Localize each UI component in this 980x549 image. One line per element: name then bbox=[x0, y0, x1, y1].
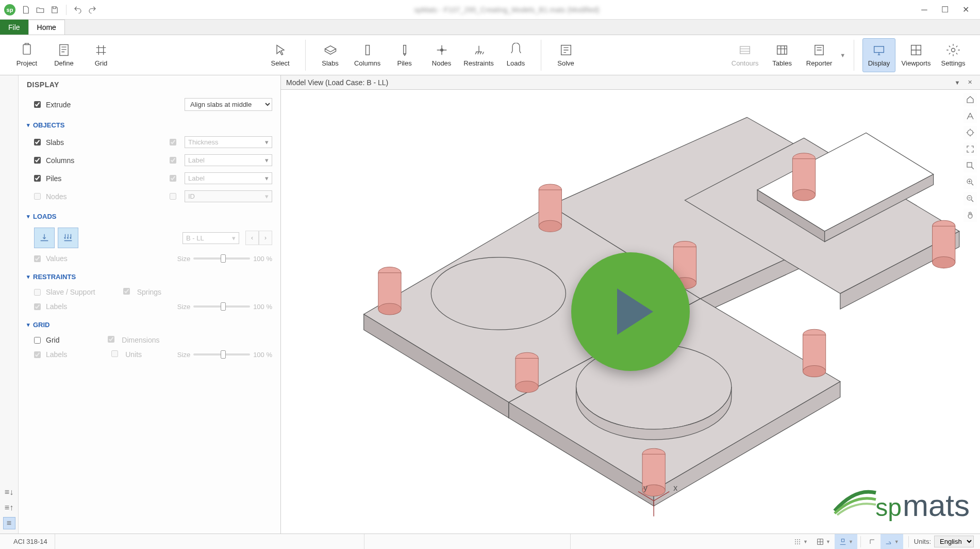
project-button[interactable]: Project bbox=[10, 38, 43, 72]
restraints-labels-label: Labels bbox=[46, 302, 67, 311]
slabs-button[interactable]: Slabs bbox=[314, 38, 347, 72]
select-button[interactable]: Select bbox=[264, 38, 297, 72]
restraints-labels-checkbox bbox=[34, 303, 41, 310]
piles-row: Piles Label ▾ bbox=[27, 169, 272, 187]
columns-select[interactable]: Label ▾ bbox=[185, 154, 272, 166]
restraints-button[interactable]: Restraints bbox=[462, 38, 495, 72]
save-icon[interactable] bbox=[47, 3, 62, 17]
nodes-button[interactable]: Nodes bbox=[425, 38, 458, 72]
panel-title: DISPLAY bbox=[27, 80, 272, 89]
viewports-button[interactable]: Viewports bbox=[900, 38, 933, 72]
contours-label: Contours bbox=[732, 59, 759, 67]
svg-point-42 bbox=[933, 257, 955, 268]
columns-button[interactable]: Columns bbox=[351, 38, 384, 72]
minimize-button[interactable]: ─ bbox=[914, 3, 935, 17]
size-label-2: Size bbox=[177, 303, 190, 311]
sb-snap-icon[interactable]: ▼ bbox=[835, 534, 857, 549]
size-label-3: Size bbox=[177, 351, 190, 359]
load-area-icon[interactable] bbox=[58, 228, 78, 248]
logo-sp: sp bbox=[875, 493, 902, 522]
reporter-dropdown-icon[interactable]: ▼ bbox=[840, 38, 845, 72]
open-file-icon[interactable] bbox=[33, 3, 47, 17]
viewport-title-bar: Model View (Load Case: B - LL) ▼ ✕ bbox=[281, 75, 980, 90]
strip-sort-desc-icon[interactable]: ≡↓ bbox=[3, 486, 15, 498]
extrude-checkbox[interactable] bbox=[34, 101, 41, 108]
undo-icon[interactable] bbox=[71, 3, 85, 17]
chevron-down-icon: ▾ bbox=[27, 213, 30, 220]
columns-sec-checkbox bbox=[170, 157, 176, 164]
restraints-size-slider[interactable] bbox=[193, 305, 250, 308]
viewport-close-icon[interactable]: ✕ bbox=[965, 77, 975, 88]
load-case-select[interactable]: B - LL ▾ bbox=[182, 232, 239, 244]
zoom-out-icon[interactable] bbox=[964, 192, 977, 205]
play-button[interactable] bbox=[571, 252, 690, 371]
slave-label: Slave / Support bbox=[46, 288, 95, 296]
viewport-menu-icon[interactable]: ▼ bbox=[952, 77, 962, 88]
piles-label: Piles bbox=[397, 59, 411, 67]
settings-button[interactable]: Settings bbox=[937, 38, 970, 72]
slabs-select[interactable]: Thickness ▾ bbox=[185, 136, 272, 148]
section-grid[interactable]: ▾GRID bbox=[27, 321, 272, 329]
section-objects[interactable]: ▾OBJECTS bbox=[27, 121, 272, 129]
piles-button[interactable]: Piles bbox=[388, 38, 421, 72]
sb-angle-icon[interactable]: ▼ bbox=[881, 534, 903, 549]
sb-grid-dots-icon[interactable]: ▼ bbox=[789, 534, 812, 549]
define-button[interactable]: Define bbox=[47, 38, 80, 72]
sb-ortho-icon[interactable] bbox=[864, 534, 881, 549]
section-loads-label: LOADS bbox=[33, 213, 57, 220]
model-canvas[interactable]: x y spmats bbox=[281, 90, 980, 534]
piles-select[interactable]: Label ▾ bbox=[185, 172, 272, 184]
load-next-button[interactable]: › bbox=[259, 231, 272, 245]
slabs-checkbox[interactable] bbox=[34, 139, 41, 146]
slabs-sec-checkbox bbox=[170, 139, 176, 146]
tab-file[interactable]: File bbox=[0, 20, 28, 35]
springs-checkbox bbox=[123, 288, 130, 295]
svg-rect-3 bbox=[403, 45, 406, 54]
maximize-button[interactable]: ☐ bbox=[935, 3, 955, 17]
rotate-icon[interactable] bbox=[964, 126, 977, 139]
pan-icon[interactable] bbox=[964, 208, 977, 222]
strip-sort-asc-icon[interactable]: ≡↑ bbox=[3, 502, 15, 514]
status-empty-2 bbox=[364, 534, 571, 549]
extrude-row: Extrude Align slabs at middle bbox=[27, 95, 272, 114]
grid-labels-checkbox bbox=[34, 351, 41, 358]
units-select[interactable]: English bbox=[934, 536, 974, 547]
tab-home[interactable]: Home bbox=[28, 20, 65, 35]
grid-checkbox[interactable] bbox=[34, 337, 41, 344]
chevron-down-icon: ▾ bbox=[27, 122, 30, 128]
fit-icon[interactable] bbox=[964, 142, 977, 156]
zoom-in-icon[interactable] bbox=[964, 175, 977, 189]
svg-rect-53 bbox=[967, 163, 972, 167]
redo-icon[interactable] bbox=[85, 3, 99, 17]
size-slider[interactable] bbox=[193, 257, 250, 260]
main-area: ≡↓ ≡↑ ≡ DISPLAY Extrude Align slabs at m… bbox=[0, 75, 980, 534]
svg-rect-6 bbox=[740, 46, 750, 54]
axes-icon[interactable] bbox=[964, 109, 977, 123]
reporter-button[interactable]: Reporter bbox=[803, 38, 836, 72]
zoom-window-icon[interactable] bbox=[964, 159, 977, 172]
grid-button[interactable]: Grid bbox=[85, 38, 118, 72]
home-view-icon[interactable] bbox=[964, 93, 977, 106]
columns-checkbox[interactable] bbox=[34, 157, 41, 164]
strip-list-icon[interactable]: ≡ bbox=[3, 517, 15, 529]
solve-button[interactable]: Solve bbox=[550, 38, 583, 72]
load-prev-button[interactable]: ‹ bbox=[245, 231, 259, 245]
section-objects-label: OBJECTS bbox=[33, 121, 64, 129]
load-point-icon[interactable] bbox=[34, 228, 55, 248]
display-button[interactable]: Display bbox=[862, 38, 895, 72]
tables-button[interactable]: Tables bbox=[766, 38, 799, 72]
slabs-row: Slabs Thickness ▾ bbox=[27, 133, 272, 151]
axis-y-label: y bbox=[643, 483, 647, 492]
piles-checkbox[interactable] bbox=[34, 175, 41, 182]
grid-size-slider[interactable] bbox=[193, 353, 250, 356]
align-select[interactable]: Align slabs at middle bbox=[185, 98, 272, 111]
svg-point-45 bbox=[803, 365, 825, 377]
slabs-label: Slabs bbox=[46, 138, 64, 147]
new-file-icon[interactable] bbox=[19, 3, 33, 17]
loads-button[interactable]: Loads bbox=[500, 38, 533, 72]
section-restraints[interactable]: ▾RESTRAINTS bbox=[27, 273, 272, 281]
close-button[interactable]: ✕ bbox=[955, 3, 976, 17]
section-loads[interactable]: ▾LOADS bbox=[27, 213, 272, 220]
grid-row-label: Grid bbox=[46, 336, 59, 344]
sb-grid-lines-icon[interactable]: ▼ bbox=[812, 534, 835, 549]
